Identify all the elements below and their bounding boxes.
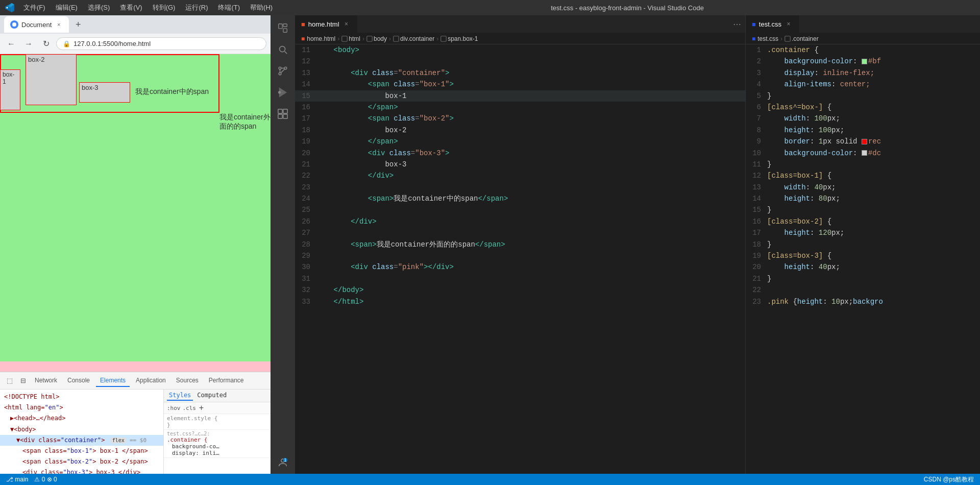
css-line-12: 12 [class=box-1] { bbox=[746, 170, 980, 181]
html-tab-close[interactable]: × bbox=[342, 20, 351, 28]
bc-container[interactable]: div.container bbox=[393, 35, 434, 42]
svg-rect-20 bbox=[441, 36, 447, 41]
editor-line-19: 19 </span> bbox=[295, 136, 745, 147]
css-line-18: 18 } bbox=[746, 239, 980, 250]
svg-point-11 bbox=[279, 91, 281, 93]
dom-line-span-box2: <span class="box-2"> box-2 </span> bbox=[0, 456, 163, 467]
devtools-device-btn[interactable]: ⊟ bbox=[17, 375, 29, 386]
css-line-3: 3 display: inline-flex; bbox=[746, 67, 980, 79]
editor-line-15: 15 box-1 bbox=[295, 90, 745, 102]
devtools-tab-sources[interactable]: Sources bbox=[172, 375, 203, 387]
dom-line-html: <html lang="en"> bbox=[0, 402, 163, 413]
devtools-inspect-btn[interactable]: ⬚ bbox=[4, 375, 15, 386]
devtools-tab-network[interactable]: Network bbox=[31, 375, 61, 387]
devtools-tab-performance[interactable]: Performance bbox=[205, 375, 248, 387]
browser-forward-btn[interactable]: → bbox=[21, 37, 36, 51]
css-editor-panel: ■ test.css × ■ test.css › .container 1 bbox=[745, 15, 980, 474]
styles-hov-btn[interactable]: :hov bbox=[167, 405, 181, 411]
menu-terminal[interactable]: 终端(T) bbox=[214, 2, 244, 13]
editor-line-30: 30 <div class="pink"></div> bbox=[295, 261, 745, 273]
menu-help[interactable]: 帮助(H) bbox=[246, 2, 277, 13]
styles-tab-styles[interactable]: Styles bbox=[167, 391, 193, 401]
editor-tabs: ■ home.html × ⋯ bbox=[295, 15, 745, 33]
svg-rect-15 bbox=[283, 114, 287, 118]
css-line-11: 11 } bbox=[746, 159, 980, 170]
pink-bar bbox=[0, 361, 271, 372]
devtools-tab-elements[interactable]: Elements bbox=[96, 375, 130, 387]
activity-debug[interactable] bbox=[274, 84, 291, 101]
menu-goto[interactable]: 转到(G) bbox=[149, 2, 180, 13]
browser-tabs: Document × + bbox=[0, 15, 271, 34]
css-file-icon: ■ bbox=[752, 20, 756, 28]
css-editor[interactable]: 1 .container { 2 background-color: #bf 3… bbox=[746, 44, 980, 474]
svg-rect-13 bbox=[283, 109, 287, 113]
css-tab-label: test.css bbox=[759, 20, 781, 28]
styles-element-rule: element.style { } bbox=[164, 414, 271, 430]
svg-point-0 bbox=[6, 7, 8, 8]
html-editor[interactable]: 11 <body> 12 13 <div class="container"> … bbox=[295, 44, 745, 474]
browser-refresh-btn[interactable]: ↻ bbox=[39, 37, 53, 51]
activity-git[interactable] bbox=[274, 62, 291, 80]
menu-file[interactable]: 文件(F) bbox=[19, 2, 50, 13]
devtools-panel: ⬚ ⊟ Network Console Elements Application… bbox=[0, 372, 271, 474]
statusbar-branch: ⎇ main bbox=[6, 476, 28, 483]
dom-line-container[interactable]: ▼<div class="container"> flex == $0 bbox=[0, 435, 163, 446]
css-line-6: 6 [class^=box-] { bbox=[746, 102, 980, 113]
css-bc-selector[interactable]: .container bbox=[785, 35, 819, 42]
bc-html[interactable]: html bbox=[341, 35, 360, 42]
editor-line-18: 18 box-2 bbox=[295, 125, 745, 136]
bc-body[interactable]: body bbox=[366, 35, 387, 42]
browser-new-tab[interactable]: + bbox=[71, 17, 85, 32]
css-bc-icon: ■ bbox=[752, 35, 755, 42]
editor-line-13: 13 <div class="container"> bbox=[295, 67, 745, 79]
styles-filter-bar: :hov .cls + bbox=[164, 402, 271, 414]
css-line-5: 5 } bbox=[746, 90, 980, 102]
menu-select[interactable]: 选择(S) bbox=[84, 2, 114, 13]
editor-line-26: 26 </div> bbox=[295, 216, 745, 227]
svg-line-6 bbox=[285, 52, 287, 54]
browser-tab-close[interactable]: × bbox=[55, 20, 63, 29]
tab-test-css[interactable]: ■ test.css × bbox=[746, 15, 799, 33]
window-title: test.css - easyblog-front-admin - Visual… bbox=[551, 4, 704, 12]
css-line-16: 16 [class=box-2] { bbox=[746, 216, 980, 227]
editor-line-12: 12 bbox=[295, 56, 745, 67]
css-line-17: 17 height: 120px; bbox=[746, 227, 980, 238]
editor-line-20: 20 <div class="box-3"> bbox=[295, 148, 745, 159]
devtools-tab-application[interactable]: Application bbox=[132, 375, 170, 387]
styles-cls-btn[interactable]: .cls bbox=[183, 405, 197, 411]
editor-line-21: 21 box-3 bbox=[295, 159, 745, 170]
tab-more-btn[interactable]: ⋯ bbox=[729, 19, 745, 29]
editor-line-23: 23 bbox=[295, 182, 745, 193]
tab-home-html[interactable]: ■ home.html × bbox=[295, 15, 357, 33]
activity-explorer[interactable] bbox=[274, 19, 291, 37]
vscode-panel: 1 ■ home.html × ⋯ ■ home.html › bbox=[271, 15, 980, 474]
devtools-toolbar: ⬚ ⊟ Network Console Elements Application… bbox=[0, 372, 271, 390]
svg-point-7 bbox=[279, 72, 281, 75]
css-tab-close[interactable]: × bbox=[785, 20, 793, 28]
box-3-element: box-3 bbox=[79, 82, 130, 103]
svg-rect-19 bbox=[394, 36, 399, 41]
devtools-content: <!DOCTYPE html> <html lang="en"> ▶<head>… bbox=[0, 390, 271, 474]
editor-area: ■ home.html × ⋯ ■ home.html › html › bod bbox=[295, 15, 745, 474]
bc-span-box1[interactable]: span.box-1 bbox=[440, 35, 478, 42]
css-line-2: 2 background-color: #bf bbox=[746, 56, 980, 67]
svg-point-5 bbox=[280, 46, 285, 52]
dom-panel: <!DOCTYPE html> <html lang="en"> ▶<head>… bbox=[0, 390, 163, 474]
menu-run[interactable]: 运行(R) bbox=[181, 2, 212, 13]
menu-view[interactable]: 查看(V) bbox=[116, 2, 146, 13]
styles-add-rule-btn[interactable]: + bbox=[199, 403, 204, 413]
css-bc-file[interactable]: test.css bbox=[757, 35, 778, 42]
menu-edit[interactable]: 编辑(E) bbox=[52, 2, 82, 13]
browser-tab-document[interactable]: Document × bbox=[4, 16, 69, 33]
browser-address-bar[interactable]: 🔒 127.0.0.1:5500/home.html bbox=[56, 37, 266, 50]
styles-tab-computed[interactable]: Computed bbox=[195, 391, 229, 401]
devtools-tab-console[interactable]: Console bbox=[63, 375, 94, 387]
activity-accounts[interactable]: 1 bbox=[277, 457, 288, 470]
svg-point-1 bbox=[12, 22, 16, 27]
svg-rect-4 bbox=[283, 29, 287, 32]
activity-extensions[interactable] bbox=[274, 105, 291, 123]
activity-search[interactable] bbox=[274, 41, 291, 58]
browser-back-btn[interactable]: ← bbox=[4, 37, 18, 51]
browser-panel: Document × + ← → ↻ 🔒 127.0.0.1:5500/home… bbox=[0, 15, 271, 474]
bc-home-html[interactable]: home.html bbox=[307, 35, 335, 42]
